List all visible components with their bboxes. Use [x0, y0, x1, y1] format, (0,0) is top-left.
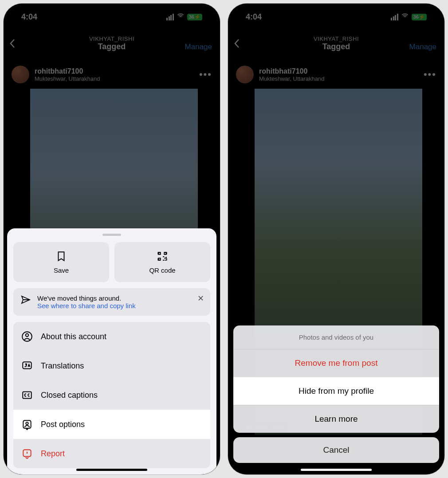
status-bar: 4:04 36⚡ [4, 4, 220, 30]
poster-username[interactable]: rohitbhati7100 [259, 67, 324, 75]
phone-right: 4:04 36⚡ VIKHYAT_RISHI Tagged Manage roh… [228, 4, 444, 474]
about-label: About this account [41, 332, 106, 341]
nav-subtitle: VIKHYAT_RISHI [89, 35, 134, 42]
share-notice: We've moved things around. See where to … [13, 288, 210, 316]
report-icon [21, 448, 33, 459]
post-options-item[interactable]: Post options [13, 410, 210, 439]
poster-location[interactable]: Mukteshwar, Uttarakhand [35, 75, 100, 82]
translations-label: Translations [41, 361, 84, 371]
wifi-icon [401, 12, 409, 22]
save-button[interactable]: Save [13, 242, 109, 282]
translations-item[interactable]: Translations [13, 351, 210, 380]
person-tag-icon [21, 419, 33, 430]
battery-indicator: 36⚡ [412, 14, 427, 20]
svg-point-5 [26, 422, 28, 424]
more-options-button[interactable]: ••• [199, 69, 212, 80]
status-bar: 4:04 36⚡ [228, 4, 444, 30]
post-options-label: Post options [41, 420, 85, 429]
send-icon [20, 294, 31, 305]
close-icon[interactable]: ✕ [197, 294, 204, 303]
manage-button[interactable]: Manage [409, 43, 436, 51]
report-item[interactable]: Report [13, 439, 210, 468]
report-label: Report [41, 449, 65, 458]
notice-line1: We've moved things around. [37, 294, 136, 302]
action-sheet: Photos and videos of you Remove me from … [233, 325, 439, 463]
user-icon [21, 331, 33, 342]
bottom-sheet: Save QR code We've moved things around. … [7, 228, 216, 474]
nav-subtitle: VIKHYAT_RISHI [314, 35, 359, 42]
save-label: Save [54, 266, 69, 274]
cc-icon [21, 389, 33, 401]
manage-button[interactable]: Manage [185, 43, 212, 51]
poster-location[interactable]: Mukteshwar, Uttarakhand [259, 75, 324, 82]
wifi-icon [177, 12, 185, 22]
closed-captions-item[interactable]: Closed captions [13, 380, 210, 410]
options-menu: About this account Translations Closed c… [13, 322, 210, 468]
battery-indicator: 36⚡ [187, 14, 202, 20]
poster-username[interactable]: rohitbhati7100 [35, 67, 100, 75]
post-header: rohitbhati7100 Mukteshwar, Uttarakhand •… [4, 66, 220, 83]
back-button[interactable] [233, 38, 240, 51]
status-time: 4:04 [246, 12, 262, 22]
avatar[interactable] [12, 66, 29, 83]
home-indicator[interactable] [301, 469, 372, 471]
nav-header: VIKHYAT_RISHI Tagged Manage [228, 35, 444, 51]
phone-left: 4:04 36⚡ VIKHYAT_RISHI Tagged Manage roh… [4, 4, 220, 474]
qr-code-button[interactable]: QR code [114, 242, 210, 282]
sheet-handle[interactable] [102, 234, 121, 236]
nav-title: Tagged [314, 42, 359, 51]
qr-label: QR code [149, 266, 175, 274]
svg-point-1 [26, 334, 29, 337]
home-indicator[interactable] [76, 469, 147, 471]
back-button[interactable] [9, 38, 16, 51]
alert-header: Photos and videos of you [233, 325, 439, 349]
about-account-item[interactable]: About this account [13, 322, 210, 351]
svg-rect-2 [23, 362, 31, 368]
translate-icon [21, 360, 33, 372]
hide-from-profile-button[interactable]: Hide from my profile [233, 377, 439, 405]
svg-rect-3 [23, 392, 31, 398]
notice-link[interactable]: See where to share and copy link [37, 302, 136, 310]
learn-more-button[interactable]: Learn more [233, 405, 439, 433]
remove-from-post-button[interactable]: Remove me from post [233, 349, 439, 377]
more-options-button[interactable]: ••• [424, 69, 436, 80]
status-time: 4:04 [21, 12, 37, 22]
nav-header: VIKHYAT_RISHI Tagged Manage [4, 35, 220, 51]
nav-title: Tagged [89, 42, 134, 51]
cellular-icon [166, 14, 174, 20]
post-header: rohitbhati7100 Mukteshwar, Uttarakhand •… [228, 66, 444, 83]
cancel-button[interactable]: Cancel [233, 437, 439, 463]
avatar[interactable] [236, 66, 254, 83]
cellular-icon [391, 14, 398, 20]
captions-label: Closed captions [41, 391, 98, 400]
